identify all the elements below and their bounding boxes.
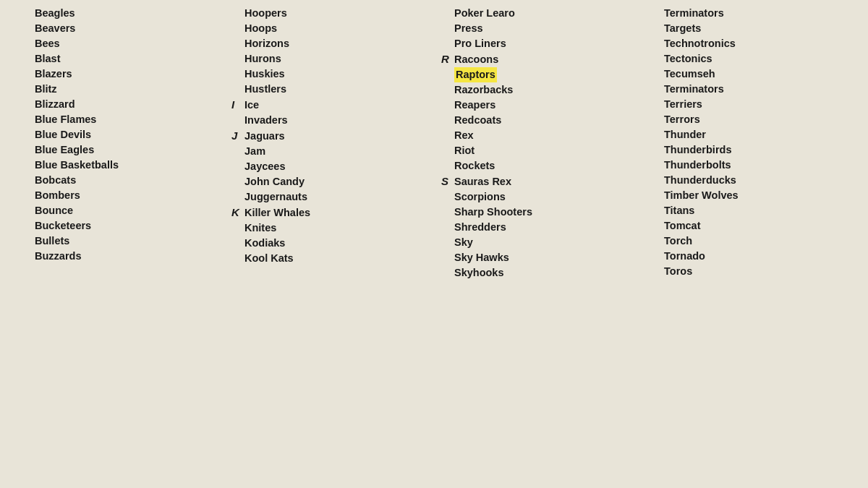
team-name: Beagles bbox=[35, 6, 75, 21]
team-name: Bobcats bbox=[35, 173, 76, 188]
list-item: Terminators bbox=[651, 6, 846, 21]
list-item: Blue Basketballs bbox=[22, 158, 217, 173]
list-item: Sky bbox=[441, 235, 637, 250]
team-name: Reapers bbox=[454, 98, 495, 113]
team-name: Hustlers bbox=[244, 82, 286, 97]
team-name: Invaders bbox=[244, 113, 288, 128]
team-name: Blue Devils bbox=[35, 127, 91, 142]
list-item: Redcoats bbox=[441, 113, 637, 128]
section-letter: I bbox=[231, 97, 242, 113]
team-name: Razorbacks bbox=[454, 82, 513, 98]
team-name: Titans bbox=[664, 203, 694, 218]
list-item: Beagles bbox=[22, 6, 217, 21]
list-item: Shredders bbox=[441, 220, 637, 235]
list-item: Bombers bbox=[22, 188, 217, 203]
list-item: Targets bbox=[651, 21, 846, 36]
team-name: Beavers bbox=[35, 21, 75, 36]
list-item: RRacoons bbox=[441, 51, 637, 67]
team-name: Thunderducks bbox=[664, 173, 736, 188]
list-item: Technotronics bbox=[651, 36, 846, 51]
list-item: JJaguars bbox=[231, 128, 427, 144]
team-name: Shredders bbox=[454, 220, 506, 235]
team-name: Terrors bbox=[664, 112, 700, 127]
team-name: Skyhooks bbox=[454, 265, 504, 281]
team-name: Hurons bbox=[244, 51, 281, 67]
team-name: Jaycees bbox=[244, 159, 285, 174]
team-name: Blast bbox=[35, 51, 60, 67]
list-item: Reapers bbox=[441, 98, 637, 113]
list-item: Blue Flames bbox=[22, 112, 217, 127]
section-letter: R bbox=[441, 51, 451, 67]
section-letter: J bbox=[231, 128, 242, 144]
team-name: Toros bbox=[664, 264, 692, 279]
team-name: Tecumseh bbox=[664, 67, 715, 82]
list-item: Hoops bbox=[231, 21, 427, 36]
list-item: Huskies bbox=[231, 67, 427, 82]
team-name: Blue Basketballs bbox=[35, 158, 119, 173]
team-name: Kool Kats bbox=[244, 251, 294, 266]
team-name: Bounce bbox=[35, 203, 73, 218]
list-item: Juggernauts bbox=[231, 189, 427, 205]
list-item: Tomcat bbox=[651, 218, 846, 234]
team-name: Blazers bbox=[35, 67, 72, 82]
team-name: Raptors bbox=[454, 67, 497, 82]
team-name: Jam bbox=[244, 144, 265, 159]
team-name: Thunderbolts bbox=[664, 158, 731, 173]
list-item: Blitz bbox=[22, 82, 217, 97]
list-item: Jam bbox=[231, 144, 427, 159]
team-name: Knites bbox=[244, 221, 276, 236]
list-item: Toros bbox=[651, 264, 846, 279]
column-3: Poker LearoPressPro LinersRRacoonsRaptor… bbox=[434, 6, 644, 482]
team-name: Thunder bbox=[664, 127, 706, 142]
team-name: Bullets bbox=[35, 234, 69, 249]
list-item: Thunderducks bbox=[651, 173, 846, 188]
team-name: Terminators bbox=[664, 6, 724, 21]
list-item: Hurons bbox=[231, 51, 427, 67]
list-item: Thunder bbox=[651, 127, 846, 142]
list-item: Kool Kats bbox=[231, 251, 427, 266]
list-item: John Candy bbox=[231, 174, 427, 189]
team-name: Redcoats bbox=[454, 113, 501, 128]
column-2: HoopersHoopsHorizonsHuronsHuskiesHustler… bbox=[224, 6, 434, 482]
team-name: Rockets bbox=[454, 158, 495, 174]
list-item: Razorbacks bbox=[441, 82, 637, 98]
team-name: Tornado bbox=[664, 249, 705, 264]
list-item: Hoopers bbox=[231, 6, 427, 21]
list-item: Sharp Shooters bbox=[441, 205, 637, 220]
team-name: Sauras Rex bbox=[454, 174, 511, 189]
team-name: Sharp Shooters bbox=[454, 205, 532, 220]
list-item: Beavers bbox=[22, 21, 217, 36]
team-name: Blitz bbox=[35, 82, 57, 97]
list-item: Tectonics bbox=[651, 51, 846, 67]
team-name: Torch bbox=[664, 234, 692, 249]
list-item: Blue Eagles bbox=[22, 142, 217, 158]
list-item: Riot bbox=[441, 143, 637, 158]
team-name: Blizzard bbox=[35, 97, 75, 112]
list-item: Kodiaks bbox=[231, 236, 427, 251]
team-name: Technotronics bbox=[664, 36, 736, 51]
team-name: Bucketeers bbox=[35, 218, 91, 234]
list-item: Timber Wolves bbox=[651, 188, 846, 203]
list-item: Blast bbox=[22, 51, 217, 67]
list-item: Jaycees bbox=[231, 159, 427, 174]
list-item: Skyhooks bbox=[441, 265, 637, 281]
list-item: Bobcats bbox=[22, 173, 217, 188]
page: BeaglesBeaversBeesBlastBlazersBlitzBlizz… bbox=[0, 0, 868, 488]
list-item: Rockets bbox=[441, 158, 637, 174]
team-name: Tomcat bbox=[664, 218, 701, 234]
list-item: Invaders bbox=[231, 113, 427, 128]
team-name: Scorpions bbox=[454, 189, 506, 205]
team-name: Kodiaks bbox=[244, 236, 285, 251]
list-item: Pro Liners bbox=[441, 36, 637, 51]
team-name: Poker Learo bbox=[454, 6, 515, 21]
team-name: Bombers bbox=[35, 188, 80, 203]
team-name: Sky Hawks bbox=[454, 250, 509, 265]
team-name: Sky bbox=[454, 235, 473, 250]
list-item: Scorpions bbox=[441, 189, 637, 205]
list-item: Blue Devils bbox=[22, 127, 217, 142]
list-item: Bees bbox=[22, 36, 217, 51]
team-name: Press bbox=[454, 21, 483, 36]
column-1: BeaglesBeaversBeesBlastBlazersBlitzBlizz… bbox=[14, 6, 224, 482]
team-name: Pro Liners bbox=[454, 36, 506, 51]
team-name: Timber Wolves bbox=[664, 188, 739, 203]
